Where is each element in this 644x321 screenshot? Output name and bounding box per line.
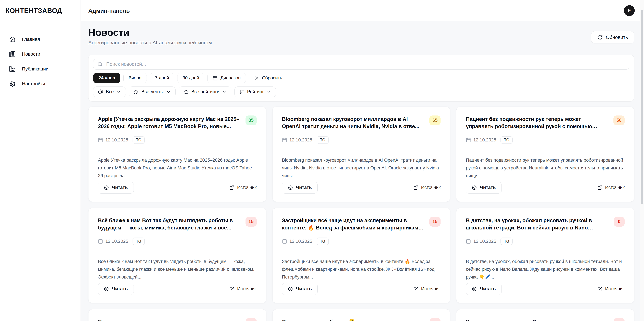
source-dropdown[interactable]: Все — [93, 86, 126, 97]
app-logo: КОНТЕНТЗАВОД — [6, 7, 62, 14]
news-date: 12.10.2025 — [105, 239, 128, 244]
chevron-down-icon — [266, 90, 271, 94]
news-card: В детстве, на уроках, обожал рисовать ру… — [456, 208, 634, 303]
source-tag: TG — [132, 238, 145, 245]
external-link-icon — [413, 185, 418, 190]
sort-dropdown[interactable]: Рейтинг — [234, 86, 276, 97]
eye-icon — [288, 287, 293, 292]
card-meta: 12.10.2025 TG — [466, 136, 624, 144]
filter-range[interactable]: Диапазон — [207, 73, 246, 83]
external-link-icon — [229, 287, 234, 292]
read-button[interactable]: Читать — [282, 283, 318, 295]
news-card: Современные проблемы 🫠 0 — [272, 309, 450, 321]
source-link[interactable]: Источник — [229, 185, 256, 190]
filter-7days[interactable]: 7 дней — [150, 73, 174, 83]
page-header: Новости Агрегированные новости с AI-анал… — [88, 27, 634, 45]
gear-icon — [9, 81, 16, 87]
read-button[interactable]: Читать — [98, 283, 134, 295]
calendar-icon — [98, 137, 103, 143]
news-title: Получилось ритмично, романтично, джазово… — [98, 318, 241, 321]
read-button[interactable]: Читать — [98, 182, 134, 193]
star-icon — [184, 89, 188, 94]
news-title: Застройщики всё чаще идут на эксперимент… — [282, 217, 424, 231]
rating-badge: 0 — [430, 318, 440, 321]
rating-badge: 0 — [246, 318, 257, 321]
card-footer: Читать Источник — [282, 283, 441, 295]
source-tag: TG — [316, 238, 329, 245]
sidebar-item-publications[interactable]: Публикации — [9, 63, 76, 75]
external-link-icon — [598, 287, 602, 292]
dropdown-filter-row: Все Все ленты Все рейтинги Рейтинг — [93, 86, 629, 97]
sidebar: КОНТЕНТЗАВОД Главная Новости Публикации … — [0, 0, 81, 321]
calendar-icon — [282, 239, 287, 244]
card-head: Пациент без подвижности рук теперь может… — [466, 116, 624, 130]
sidebar-item-label: Настройки — [22, 81, 45, 86]
eye-icon — [472, 185, 477, 190]
news-card: Apple [Утечка раскрыла дорожную карту Ma… — [88, 107, 266, 202]
news-excerpt: Застройщики всё чаще идут на эксперимент… — [282, 258, 441, 281]
source-tag: TG — [500, 238, 513, 245]
card-meta: 12.10.2025 TG — [282, 136, 441, 144]
sort-desc-icon — [239, 89, 244, 94]
news-excerpt: Пациент без подвижности рук теперь может… — [466, 156, 624, 180]
filter-yesterday[interactable]: Вчера — [124, 73, 147, 83]
calendar-icon — [212, 76, 218, 81]
card-head: Знаю, что многие ждали. Сознательно игно… — [466, 318, 624, 321]
search-input[interactable] — [106, 61, 625, 67]
news-excerpt: Apple Утечка раскрыла дорожную карту Mac… — [98, 156, 257, 180]
news-excerpt: В детстве, на уроках, обожал рисовать ру… — [466, 258, 624, 281]
rating-badge: 85 — [246, 116, 257, 125]
avatar[interactable]: F — [624, 5, 635, 16]
news-title: Всё ближе к нам Вот так будут выглядеть … — [98, 217, 240, 231]
sidebar-item-settings[interactable]: Настройки — [9, 78, 76, 90]
sidebar-item-label: Новости — [22, 51, 40, 57]
ratings-dropdown[interactable]: Все рейтинги — [179, 86, 231, 97]
card-footer: Читать Источник — [466, 182, 624, 193]
card-head: Apple [Утечка раскрыла дорожную карту Ma… — [98, 116, 257, 130]
chevron-down-icon — [166, 90, 171, 94]
eye-icon — [288, 185, 293, 190]
filter-24h[interactable]: 24 часа — [93, 73, 120, 83]
sidebar-item-label: Публикации — [22, 66, 48, 72]
card-footer: Читать Источник — [98, 182, 257, 193]
news-card: Знаю, что многие ждали. Сознательно игно… — [456, 309, 634, 321]
news-card: Bloomberg показал круговорот миллиардов … — [272, 107, 450, 202]
feeds-dropdown[interactable]: Все ленты — [129, 86, 176, 97]
news-grid: Apple [Утечка раскрыла дорожную карту Ma… — [88, 107, 634, 321]
card-head: Bloomberg показал круговорот миллиардов … — [282, 116, 441, 130]
news-card: Застройщики всё чаще идут на эксперимент… — [272, 208, 450, 303]
scrollbar[interactable] — [640, 0, 644, 321]
read-button[interactable]: Читать — [466, 283, 502, 295]
sidebar-item-home[interactable]: Главная — [9, 33, 76, 45]
source-link[interactable]: Источник — [413, 286, 440, 292]
read-button[interactable]: Читать — [466, 182, 502, 193]
card-footer: Читать Источник — [98, 283, 257, 295]
rating-badge: 15 — [430, 217, 440, 227]
home-icon — [9, 36, 16, 42]
source-link[interactable]: Источник — [229, 286, 256, 292]
scrollbar-thumb[interactable] — [641, 10, 643, 204]
news-title: Пациент без подвижности рук теперь может… — [466, 116, 608, 130]
rating-badge: 15 — [246, 217, 257, 227]
main-content: Новости Агрегированные новости с AI-анал… — [81, 21, 640, 321]
card-footer: Читать Источник — [282, 182, 441, 193]
refresh-button[interactable]: Обновить — [591, 31, 634, 43]
eye-icon — [104, 185, 109, 190]
sidebar-item-news[interactable]: Новости — [9, 48, 76, 60]
news-date: 12.10.2025 — [105, 137, 128, 143]
source-link[interactable]: Источник — [598, 286, 624, 292]
news-title: Bloomberg показал круговорот миллиардов … — [282, 116, 424, 130]
admin-app: КОНТЕНТЗАВОД Главная Новости Публикации … — [0, 0, 644, 321]
filter-panel: 24 часа Вчера 7 дней 30 дней Диапазон Сб… — [88, 55, 634, 102]
filter-reset[interactable]: Сбросить — [249, 73, 288, 83]
card-footer: Читать Источник — [466, 283, 624, 295]
news-card: Всё ближе к нам Вот так будут выглядеть … — [88, 208, 266, 303]
calendar-icon — [466, 137, 471, 143]
source-link[interactable]: Источник — [598, 185, 624, 190]
card-head: Всё ближе к нам Вот так будут выглядеть … — [98, 217, 257, 231]
filter-30days[interactable]: 30 дней — [177, 73, 204, 83]
source-link[interactable]: Источник — [413, 185, 440, 190]
news-excerpt: Всё ближе к нам Вот так будут выглядеть … — [98, 258, 257, 281]
card-meta: 12.10.2025 TG — [98, 136, 257, 144]
read-button[interactable]: Читать — [282, 182, 318, 193]
